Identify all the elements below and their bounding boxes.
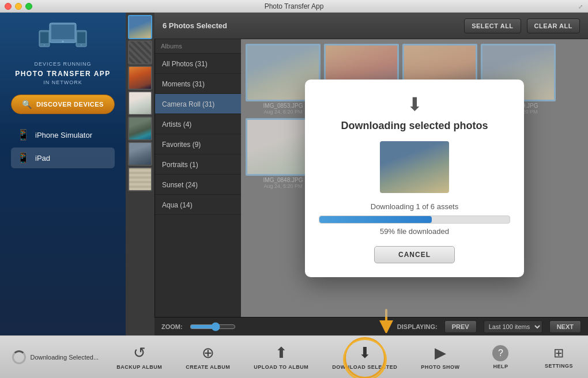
resize-button[interactable]: ⤢ <box>576 2 585 10</box>
album-item-camera[interactable]: Camera Roll (31) <box>155 94 241 114</box>
help-label: HELP <box>493 364 508 369</box>
download-percent-text: 59% file downloaded <box>380 227 449 236</box>
download-progress-bar <box>319 216 432 223</box>
zoom-bar: ZOOM: DISPLAYING: PREV Last 100 items La… <box>154 317 588 335</box>
album-thumb-2[interactable] <box>128 40 152 65</box>
clear-all-button[interactable]: CLEAR ALL <box>527 18 580 33</box>
zoom-label: ZOOM: <box>161 323 183 330</box>
toolbar-photo-show[interactable]: ▶ PHOTO SHOW <box>415 342 465 372</box>
download-status: Downloading Selected... <box>6 350 99 364</box>
content-area: 6 Photos Selected SELECT ALL CLEAR ALL A… <box>154 13 588 335</box>
settings-label: SETTINGS <box>545 363 573 369</box>
close-button[interactable] <box>5 3 12 10</box>
create-album-icon: ⊕ <box>202 344 214 362</box>
ipad-label: iPad <box>35 154 50 162</box>
content-header: 6 Photos Selected SELECT ALL CLEAR ALL <box>154 13 588 39</box>
album-item-artists[interactable]: Artists (4) <box>155 114 241 134</box>
svg-rect-7 <box>77 32 85 43</box>
maximize-button[interactable] <box>25 3 32 10</box>
settings-icon: ⊞ <box>553 346 564 361</box>
upload-label: UPLOAD TO ALBUM <box>254 364 308 370</box>
discover-label: DISCOVER DEVICES <box>36 101 104 108</box>
iphone-icon: 📱 <box>17 128 29 141</box>
cancel-button[interactable]: CANCEL <box>374 246 455 263</box>
album-panel: Albums All Photos (31) Moments (31) Came… <box>154 39 241 317</box>
photoshow-label: PHOTO SHOW <box>421 364 459 370</box>
download-progress-bar-container <box>319 216 510 224</box>
ipad-icon: 📱 <box>17 152 29 164</box>
sidebar: DEVICES RUNNING PHOTO TRANSFER APP IN NE… <box>0 13 126 335</box>
iphone-label: iPhone Simulator <box>35 131 92 139</box>
album-item-all[interactable]: All Photos (31) <box>155 54 241 74</box>
backup-icon: ↺ <box>133 344 146 362</box>
traffic-lights <box>5 3 32 10</box>
backup-label: BACKUP ALBUM <box>116 364 162 370</box>
album-item-sunset[interactable]: Sunset (24) <box>155 175 241 195</box>
titlebar: Photo Transfer App ⤢ <box>0 0 588 13</box>
album-thumb-6[interactable] <box>128 142 152 166</box>
album-panel-header: Albums <box>155 39 241 54</box>
discover-devices-button[interactable]: 🔍 DISCOVER DEVICES <box>11 94 115 114</box>
prev-button[interactable]: PREV <box>444 320 477 333</box>
photoshow-icon: ▶ <box>435 344 446 362</box>
sidebar-item-iphone[interactable]: 📱 iPhone Simulator <box>11 124 115 145</box>
sidebar-tagline: DEVICES RUNNING PHOTO TRANSFER APP IN NE… <box>15 61 111 86</box>
photo-grid: IMG_0853.JPG Aug 24, 6:20 PM IMG_0850.JP… <box>241 39 588 317</box>
svg-rect-1 <box>51 25 74 39</box>
download-modal-icon: ⬇ <box>407 93 423 115</box>
window-title: Photo Transfer App <box>265 2 324 10</box>
search-icon: 🔍 <box>22 100 32 109</box>
next-button[interactable]: NEXT <box>549 320 581 333</box>
album-thumbnail-strip <box>126 13 154 335</box>
album-item-portraits[interactable]: Portraits (1) <box>155 154 241 175</box>
bottom-toolbar: Downloading Selected... ↺ BACKUP ALBUM ⊕… <box>0 335 588 378</box>
minimize-button[interactable] <box>15 3 22 10</box>
download-spinner <box>12 350 26 364</box>
album-thumb-5[interactable] <box>128 116 152 141</box>
download-label: DOWNLOAD SELECTED <box>332 364 397 370</box>
downloading-text: Downloading Selected... <box>31 354 99 361</box>
toolbar-upload-album[interactable]: ⬆ UPLOAD TO ALBUM <box>248 342 314 372</box>
album-thumb-1[interactable] <box>128 15 152 39</box>
create-album-label: CREATE ALBUM <box>186 364 230 370</box>
display-label: DISPLAYING: <box>397 323 438 330</box>
download-preview-image <box>380 141 449 193</box>
toolbar-download-selected[interactable]: ⬇ DOWNLOAD SELECTED <box>326 342 403 372</box>
devices-illustration <box>37 22 89 56</box>
download-modal-title: Downloading selected photos <box>341 120 488 132</box>
toolbar-settings[interactable]: ⊞ SETTINGS <box>536 343 582 371</box>
toolbar-create-album[interactable]: ⊕ CREATE ALBUM <box>180 342 236 372</box>
album-item-moments[interactable]: Moments (31) <box>155 74 241 94</box>
toolbar-backup-album[interactable]: ↺ BACKUP ALBUM <box>111 342 168 372</box>
album-item-favorites[interactable]: Favorites (9) <box>155 134 241 154</box>
display-select[interactable]: Last 100 items Last 50 items All items <box>484 320 542 333</box>
svg-point-2 <box>62 41 64 43</box>
album-item-aqua[interactable]: Aqua (14) <box>155 195 241 215</box>
toolbar-help[interactable]: ? HELP <box>477 343 523 372</box>
download-modal: ⬇ Downloading selected photos Downloadin… <box>305 80 524 277</box>
main-layout: DEVICES RUNNING PHOTO TRANSFER APP IN NE… <box>0 13 588 335</box>
help-icon: ? <box>492 345 508 361</box>
select-all-button[interactable]: SELECT ALL <box>464 18 521 33</box>
header-buttons: SELECT ALL CLEAR ALL <box>464 18 580 33</box>
download-status-text: Downloading 1 of 6 assets <box>371 202 458 211</box>
svg-point-8 <box>81 44 82 46</box>
album-thumb-7[interactable] <box>128 167 152 191</box>
content-header-title: 6 Photos Selected <box>163 21 307 30</box>
sidebar-item-ipad[interactable]: 📱 iPad <box>11 148 115 168</box>
upload-icon: ⬆ <box>275 344 288 362</box>
album-thumb-3[interactable] <box>128 66 152 90</box>
download-icon: ⬇ <box>359 344 371 362</box>
album-thumb-4[interactable] <box>128 91 152 115</box>
svg-rect-4 <box>40 32 48 43</box>
svg-point-5 <box>44 44 45 46</box>
zoom-slider[interactable] <box>190 322 236 331</box>
